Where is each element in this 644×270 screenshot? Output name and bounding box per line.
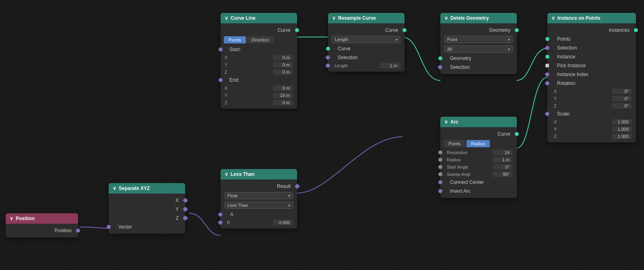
end-x-value[interactable]: 0 m — [273, 85, 293, 91]
collapse-icon3[interactable]: ∨ — [225, 15, 228, 21]
start-z-value[interactable]: 0 m — [273, 69, 293, 75]
arc-invert-label: Invert Arc — [444, 188, 471, 194]
start-y-row: Y 0 m — [221, 61, 297, 68]
curve-line-output-label: Curve — [278, 27, 291, 33]
sep-z-socket — [183, 216, 188, 221]
length-value[interactable]: 1 m — [380, 63, 400, 68]
start-x-value[interactable]: 0 m — [273, 55, 293, 60]
sep-vector-label: Vector — [113, 224, 132, 230]
iop-pick-socket — [545, 64, 549, 68]
delete-dropdown1-row: Point — [440, 35, 517, 44]
resample-curve-title: Resample Curve — [338, 15, 376, 21]
resample-curve-socket — [326, 47, 330, 51]
iop-pick-label: Pick Instance — [551, 63, 586, 68]
b-socket — [218, 220, 223, 225]
tab-points[interactable]: Points — [224, 36, 246, 43]
arc-sweep-value[interactable]: 90° — [493, 171, 513, 177]
iop-instance-socket — [545, 55, 549, 59]
end-x-row: X 0 m — [221, 85, 297, 92]
end-label: End: — [225, 77, 239, 83]
sep-vector-socket — [107, 225, 111, 229]
resample-curve-node: ∨ Resample Curve Curve Length Curve Sele… — [328, 13, 405, 72]
less-than-header: ∨ Less Than — [221, 169, 297, 179]
tab-direction[interactable]: Direction — [247, 36, 274, 43]
iop-selection-socket — [545, 45, 550, 51]
iop-rot-z-row: Z 0° — [547, 102, 636, 109]
length-socket — [325, 63, 330, 68]
arc-sweep-socket — [438, 172, 442, 176]
float-label: Float — [227, 193, 237, 198]
lessthan-dropdown-row: Less Than — [221, 200, 297, 210]
instances-output-socket — [634, 28, 638, 32]
end-y-row: Y 18 m — [221, 92, 297, 99]
delete-dropdown1[interactable]: Point — [444, 36, 513, 43]
resample-selection-socket — [325, 55, 330, 60]
resample-curve-label: Curve — [332, 46, 351, 52]
instances-output-label: Instances — [609, 27, 630, 33]
delete-dropdown2[interactable]: All — [444, 45, 513, 53]
arc-radius-socket — [438, 158, 442, 162]
iop-scale-x-value[interactable]: 1.000 — [612, 119, 632, 125]
iop-rotation-socket — [545, 81, 550, 86]
iop-rot-x-value[interactable]: 0° — [612, 89, 632, 94]
curve-line-title: Curve Line — [231, 15, 256, 21]
less-than-node: ∨ Less Than Result Float Less Than A B — [221, 169, 297, 229]
iop-scale-socket — [545, 111, 550, 117]
delete-dropdown1-label: Point — [447, 37, 457, 42]
iop-rot-y-value[interactable]: 0° — [612, 96, 632, 101]
delete-geometry-header: ∨ Delete Geometry — [440, 13, 517, 23]
delete-geo-socket — [438, 56, 442, 60]
iop-points-socket — [545, 37, 549, 41]
length-row: Length 1 m — [328, 62, 405, 69]
delete-geometry-node: ∨ Delete Geometry Geometry Point All Geo… — [440, 13, 517, 74]
position-output-socket — [76, 229, 80, 233]
lessthan-dropdown[interactable]: Less Than — [225, 202, 293, 209]
tab-arc-points[interactable]: Points — [444, 140, 466, 147]
collapse-icon8[interactable]: ∨ — [551, 15, 555, 21]
resample-chevron — [396, 37, 398, 42]
collapse-icon4[interactable]: ∨ — [225, 171, 228, 177]
collapse-icon5[interactable]: ∨ — [332, 15, 336, 21]
lessthan-chevron — [288, 203, 290, 208]
resample-dropdown-row: Length — [328, 35, 405, 44]
b-value[interactable]: 4.000 — [273, 220, 293, 225]
iop-instance-label: Instance — [551, 54, 575, 60]
arc-radius-value[interactable]: 1 m — [493, 157, 513, 163]
resample-selection-label: Selection — [332, 55, 357, 60]
arc-sweep-row: Sweep Angl 90° — [440, 171, 517, 178]
iop-rot-z-value[interactable]: 0° — [612, 103, 632, 109]
arc-startangle-socket — [438, 165, 442, 169]
position-title: Position — [16, 216, 35, 221]
collapse-icon[interactable]: ∨ — [10, 216, 13, 221]
delete-chevron1 — [508, 37, 510, 42]
arc-radius-row: Radius 1 m — [440, 156, 517, 163]
arc-resolution-row: Resolution 24 — [440, 149, 517, 156]
iop-scale-y-value[interactable]: 1.000 — [612, 126, 632, 132]
instance-on-points-node: ∨ Instance on Points Instances Points Se… — [547, 13, 636, 142]
float-chevron — [288, 193, 290, 198]
tab-arc-radius[interactable]: Radius — [466, 140, 490, 147]
float-dropdown[interactable]: Float — [225, 192, 293, 199]
start-z-row: Z 0 m — [221, 68, 297, 76]
end-z-value[interactable]: 0 m — [273, 100, 293, 105]
start-y-value[interactable]: 0 m — [273, 62, 293, 68]
iop-scale-z-row: Z 1.000 — [547, 133, 636, 140]
arc-output-socket — [515, 132, 519, 136]
iop-scale-z-value[interactable]: 1.000 — [612, 134, 632, 139]
position-node: ∨ Position Position — [6, 213, 78, 237]
resample-dropdown[interactable]: Length — [332, 36, 400, 43]
arc-title: Arc — [450, 119, 458, 125]
arc-connect-label: Connect Center — [444, 179, 484, 185]
delete-output-socket — [515, 28, 519, 32]
collapse-icon6[interactable]: ∨ — [444, 15, 448, 21]
arc-resolution-value[interactable]: 24 — [493, 150, 513, 155]
end-y-value[interactable]: 18 m — [273, 93, 293, 98]
curve-line-output-socket — [295, 28, 299, 32]
collapse-icon2[interactable]: ∨ — [113, 185, 116, 191]
float-dropdown-row: Float — [221, 191, 297, 200]
sep-z-label: Z — [176, 215, 179, 221]
collapse-icon7[interactable]: ∨ — [444, 119, 448, 125]
arc-header: ∨ Arc — [440, 117, 517, 127]
arc-startangle-value[interactable]: 0° — [493, 164, 513, 170]
iop-scale-y-row: Y 1.000 — [547, 126, 636, 133]
